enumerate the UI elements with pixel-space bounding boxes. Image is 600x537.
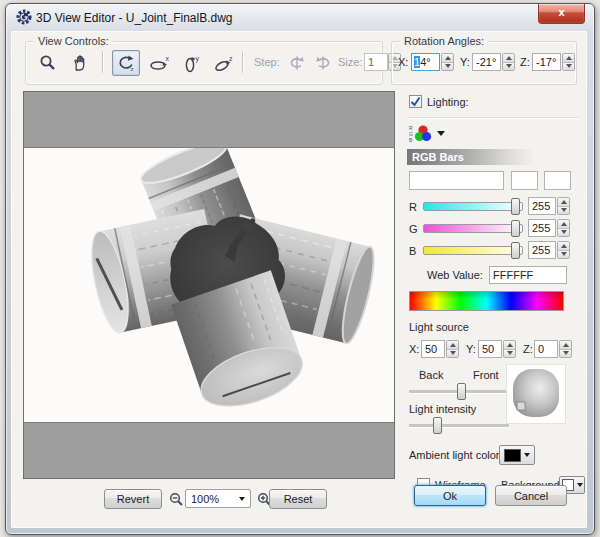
hand-icon [71, 54, 89, 72]
rgb-colors-icon: R G B [409, 123, 447, 143]
light-preview-box[interactable] [507, 365, 565, 423]
light-z-label: Z: [523, 343, 533, 355]
revert-button[interactable]: Revert [104, 489, 162, 509]
light-z-spinner[interactable] [559, 340, 572, 358]
window-title: 3D View Editor - U_Joint_FinalB.dwg [36, 11, 233, 25]
g-spinner[interactable] [557, 219, 570, 237]
light-x-input[interactable] [421, 340, 445, 358]
ok-button[interactable]: Ok [414, 485, 486, 506]
chevron-down-icon [524, 453, 530, 457]
back-front-slider-thumb[interactable] [457, 383, 466, 400]
dialog-window: 3D View Editor - U_Joint_FinalB.dwg x Vi… [5, 3, 595, 535]
hue-gradient-bar[interactable] [409, 291, 564, 311]
step-back-button[interactable] [284, 50, 310, 76]
view-controls-group: View Controls: z x [25, 41, 383, 85]
free-rotate-icon: z [116, 54, 136, 73]
light-source-label: Light source [409, 321, 469, 333]
ambient-color-dropdown[interactable] [499, 445, 535, 465]
reset-button[interactable]: Reset [269, 489, 327, 509]
rotate-z-icon: z [213, 54, 235, 73]
rotation-x-rest-text: 4° [420, 56, 431, 68]
step-forward-button[interactable] [310, 50, 336, 76]
svg-text:z: z [229, 54, 233, 61]
chevron-down-icon [577, 483, 583, 487]
r-slider-track[interactable] [423, 202, 523, 211]
b-slider-track[interactable] [423, 246, 523, 255]
chevron-down-icon [437, 131, 445, 136]
b-channel-label: B [409, 245, 416, 257]
cancel-button[interactable]: Cancel [495, 485, 567, 506]
zoom-out-icon [169, 492, 184, 507]
rotate-z-button[interactable]: z [210, 50, 238, 76]
light-y-label: Y: [466, 343, 476, 355]
back-label: Back [419, 369, 443, 381]
ambient-light-label: Ambient light color [409, 449, 500, 461]
step-back-icon [288, 54, 306, 72]
g-slider-track[interactable] [423, 224, 523, 233]
rotate-x-icon: x [149, 54, 171, 73]
r-slider-thumb[interactable] [511, 198, 520, 215]
separator [102, 51, 103, 73]
front-label: Front [473, 369, 499, 381]
svg-text:x: x [166, 54, 170, 61]
g-slider-thumb[interactable] [511, 220, 520, 237]
g-value-input[interactable] [528, 219, 556, 237]
rotation-z-input[interactable] [532, 53, 561, 71]
light-position-handle [517, 402, 525, 410]
lighting-checkbox[interactable] [409, 95, 422, 108]
rotate-x-button[interactable]: x [146, 50, 174, 76]
light-x-label: X: [409, 343, 419, 355]
svg-text:B: B [409, 137, 413, 143]
size-label: Size: [338, 56, 362, 68]
rotation-z-spinner[interactable] [562, 53, 575, 71]
magnifier-icon [39, 54, 57, 72]
rgb-bars-header: RGB Bars [407, 149, 535, 165]
rotation-x-spinner[interactable] [441, 53, 454, 71]
light-y-spinner[interactable] [503, 340, 516, 358]
light-x-spinner[interactable] [446, 340, 459, 358]
zoom-tool-button[interactable] [34, 50, 62, 76]
b-value-input[interactable] [528, 241, 556, 259]
light-z-input[interactable] [534, 340, 558, 358]
viewport-letterbox-bottom [24, 422, 394, 478]
rotate-y-icon: y [182, 54, 202, 73]
title-bar[interactable]: 3D View Editor - U_Joint_FinalB.dwg x [6, 4, 594, 31]
rotation-x-input[interactable]: 14° [411, 53, 440, 71]
color-swatch-tertiary[interactable] [544, 171, 571, 190]
color-swatch-main[interactable] [409, 171, 504, 190]
separator [407, 117, 579, 118]
viewport-canvas[interactable] [24, 148, 394, 422]
chevron-down-icon [239, 497, 245, 501]
separator [242, 51, 243, 73]
u-joint-model [24, 148, 394, 422]
r-value-input[interactable] [528, 197, 556, 215]
zoom-level-combobox[interactable]: 100% [185, 489, 251, 508]
color-swatch-secondary[interactable] [511, 171, 538, 190]
rotation-y-label: Y: [460, 56, 470, 68]
intensity-slider-thumb[interactable] [433, 417, 442, 434]
web-value-input[interactable] [489, 266, 567, 284]
rotation-y-input[interactable] [472, 53, 501, 71]
step-forward-icon [314, 54, 332, 72]
b-spinner[interactable] [557, 241, 570, 259]
rotation-y-spinner[interactable] [502, 53, 515, 71]
size-input[interactable] [364, 53, 388, 71]
light-y-input[interactable] [478, 340, 502, 358]
view-controls-label: View Controls: [34, 35, 113, 47]
r-spinner[interactable] [557, 197, 570, 215]
close-button[interactable]: x [538, 4, 585, 24]
r-channel-label: R [409, 201, 417, 213]
free-rotate-button[interactable]: z [112, 50, 140, 76]
b-slider-thumb[interactable] [511, 242, 520, 259]
viewport-3d[interactable] [23, 91, 395, 479]
intensity-slider-track[interactable] [409, 424, 509, 428]
pan-tool-button[interactable] [66, 50, 94, 76]
color-mode-dropdown[interactable]: R G B [409, 123, 447, 145]
close-icon: x [558, 6, 564, 18]
rotation-x-label: X: [398, 56, 408, 68]
light-preview-sphere [507, 365, 565, 423]
check-icon [410, 96, 421, 107]
rotate-y-button[interactable]: y [178, 50, 206, 76]
zoom-out-button[interactable] [167, 490, 185, 508]
svg-text:z: z [131, 65, 134, 71]
